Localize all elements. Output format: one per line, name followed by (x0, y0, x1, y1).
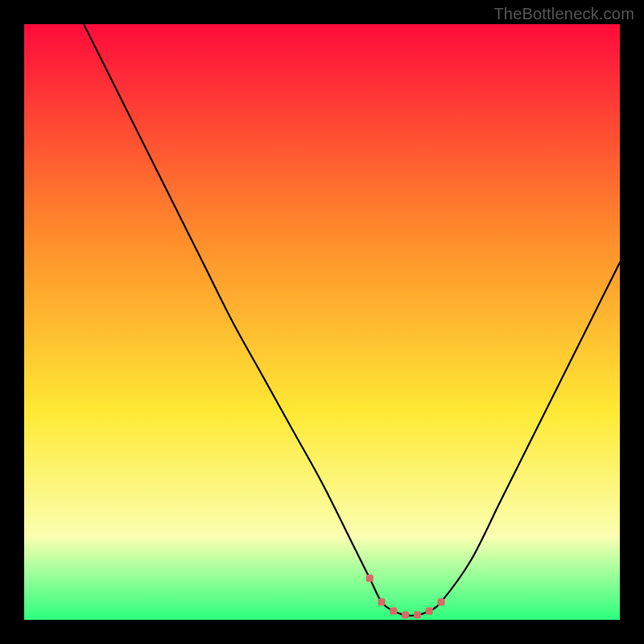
sweet-spot-marker (426, 607, 433, 614)
sweet-spot-marker (366, 575, 374, 582)
sweet-spot-marker (438, 598, 445, 605)
watermark-text: TheBottleneck.com (493, 5, 634, 23)
bottleneck-chart (24, 24, 620, 620)
sweet-spot-marker (402, 612, 409, 619)
sweet-spot-marker (378, 598, 386, 605)
chart-stage: TheBottleneck.com (0, 0, 644, 644)
heatmap-background (24, 24, 620, 620)
sweet-spot-marker (390, 607, 397, 614)
sweet-spot-marker (414, 612, 421, 619)
